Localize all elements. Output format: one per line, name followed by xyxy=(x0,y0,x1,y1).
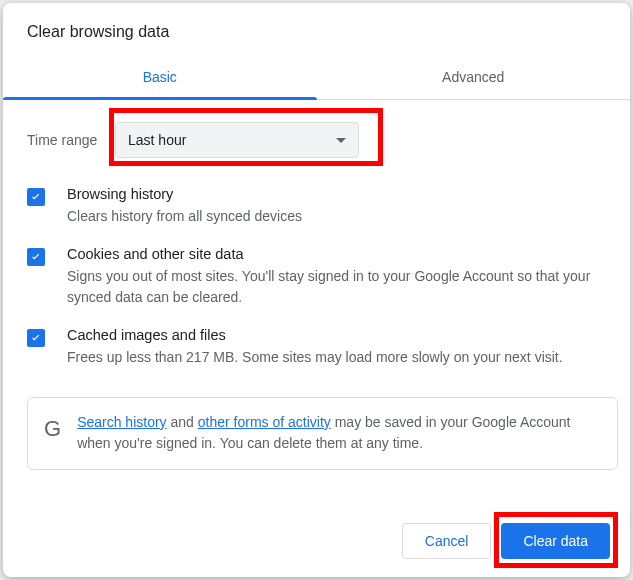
cancel-button[interactable]: Cancel xyxy=(402,523,492,559)
time-range-value: Last hour xyxy=(128,132,186,148)
chevron-down-icon xyxy=(336,138,346,143)
link-search-history[interactable]: Search history xyxy=(77,414,166,430)
option-title: Browsing history xyxy=(67,186,302,202)
google-logo-icon: G xyxy=(44,416,61,442)
time-range-label: Time range xyxy=(27,132,115,148)
info-text-part: and xyxy=(167,414,198,430)
clear-data-button[interactable]: Clear data xyxy=(501,523,610,559)
option-title: Cookies and other site data xyxy=(67,246,618,262)
google-account-info: G Search history and other forms of acti… xyxy=(27,397,618,470)
option-desc: Clears history from all synced devices xyxy=(67,206,302,228)
clear-browsing-data-dialog: Clear browsing data Basic Advanced Time … xyxy=(3,3,630,577)
dialog-title: Clear browsing data xyxy=(3,3,630,57)
info-text: Search history and other forms of activi… xyxy=(77,412,601,455)
time-range-select[interactable]: Last hour xyxy=(115,122,359,158)
checkbox-browsing-history[interactable] xyxy=(27,188,45,206)
option-browsing-history: Browsing history Clears history from all… xyxy=(27,168,618,228)
option-desc: Signs you out of most sites. You'll stay… xyxy=(67,266,618,309)
option-cache: Cached images and files Frees up less th… xyxy=(27,309,618,369)
option-desc: Frees up less than 217 MB. Some sites ma… xyxy=(67,347,563,369)
link-other-activity[interactable]: other forms of activity xyxy=(198,414,331,430)
checkbox-cookies[interactable] xyxy=(27,248,45,266)
checkbox-cache[interactable] xyxy=(27,329,45,347)
option-title: Cached images and files xyxy=(67,327,563,343)
option-cookies: Cookies and other site data Signs you ou… xyxy=(27,228,618,309)
tab-advanced[interactable]: Advanced xyxy=(317,57,631,99)
check-icon xyxy=(29,250,43,264)
check-icon xyxy=(29,331,43,345)
tab-bar: Basic Advanced xyxy=(3,57,630,100)
dialog-footer: Cancel Clear data xyxy=(3,509,630,577)
check-icon xyxy=(29,190,43,204)
tab-basic[interactable]: Basic xyxy=(3,57,317,99)
time-range-row: Time range Last hour xyxy=(27,100,618,168)
dialog-content: Time range Last hour Browsing history Cl… xyxy=(3,100,630,509)
